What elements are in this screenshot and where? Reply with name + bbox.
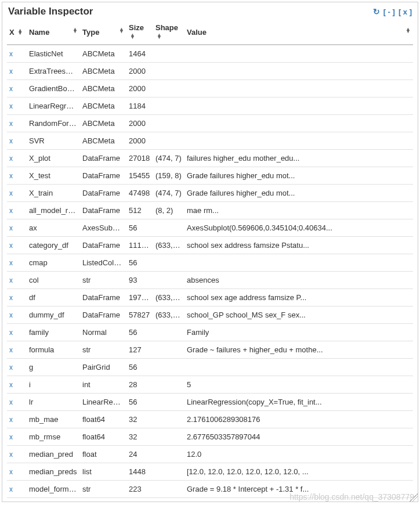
table-row: xfamilyNormal56Family	[7, 324, 413, 341]
delete-variable-button[interactable]: x	[7, 80, 27, 98]
delete-variable-button[interactable]: x	[7, 132, 27, 150]
variable-size: 24	[126, 446, 153, 463]
delete-variable-button[interactable]: x	[7, 202, 27, 219]
table-row: xformulastr127Grade ~ failures + higher_…	[7, 341, 413, 359]
delete-variable-button[interactable]: x	[7, 394, 27, 411]
delete-variable-button[interactable]: x	[7, 498, 27, 502]
delete-variable-button[interactable]: x	[7, 237, 27, 254]
column-header-shape[interactable]: Shape	[153, 20, 184, 45]
table-row: xX_plotDataFrame27018(474, 7)failures hi…	[7, 150, 413, 167]
table-row: xmb_rmsefloat64322.6776503357897044	[7, 428, 413, 446]
variable-name: X_plot	[27, 150, 80, 167]
variable-shape	[153, 341, 184, 359]
close-button[interactable]: [ x ]	[399, 8, 412, 16]
variable-size: 197720	[126, 289, 153, 306]
table-row: xnormal_modelModel56	[7, 498, 413, 502]
table-scroll-area[interactable]: X Name Type Size Shape Value xElasticNet…	[2, 20, 418, 502]
delete-variable-button[interactable]: x	[7, 306, 27, 324]
variable-type: str	[80, 272, 126, 289]
variable-type: str	[80, 341, 126, 359]
variable-name: ExtraTreesReg...	[27, 63, 80, 80]
variable-shape	[153, 132, 184, 150]
delete-variable-button[interactable]: x	[7, 45, 27, 63]
variable-type: ABCMeta	[80, 132, 126, 150]
variable-type: ABCMeta	[80, 98, 126, 115]
variable-size: 223	[126, 481, 153, 498]
delete-variable-button[interactable]: x	[7, 359, 27, 376]
variable-value: school sex age address famsize P...	[184, 289, 413, 306]
delete-variable-button[interactable]: x	[7, 289, 27, 306]
table-row: xcategory_dfDataFrame111632(633, 17)scho…	[7, 237, 413, 254]
variable-name: LinearRegress...	[27, 98, 80, 115]
table-row: xcolstr93absences	[7, 272, 413, 289]
table-row: xaxAxesSubplot56AxesSubplot(0.569606,0.3…	[7, 219, 413, 237]
sort-icon	[17, 29, 23, 34]
delete-variable-button[interactable]: x	[7, 428, 27, 446]
delete-variable-button[interactable]: x	[7, 63, 27, 80]
sort-icon	[130, 34, 135, 39]
table-row: xX_testDataFrame15455(159, 8)Grade failu…	[7, 167, 413, 185]
delete-variable-button[interactable]: x	[7, 185, 27, 202]
variable-type: ListedColormap	[80, 254, 126, 272]
variable-name: ElasticNet	[27, 45, 80, 63]
variable-value	[184, 498, 413, 502]
delete-variable-button[interactable]: x	[7, 219, 27, 237]
column-header-size[interactable]: Size	[126, 20, 153, 45]
column-header-type[interactable]: Type	[80, 20, 126, 45]
table-row: xmb_maefloat64322.1761006289308176	[7, 411, 413, 428]
variable-value: Grade failures higher_edu mot...	[184, 185, 413, 202]
delete-variable-button[interactable]: x	[7, 115, 27, 132]
variable-inspector-panel: Variable Inspector ↻ [ - ] [ x ] X Name …	[2, 2, 418, 502]
delete-variable-button[interactable]: x	[7, 446, 27, 463]
variable-value: Grade ~ failures + higher_edu + mothe...	[184, 341, 413, 359]
variable-size: 56	[126, 324, 153, 341]
variable-type: float64	[80, 411, 126, 428]
resize-handle[interactable]	[410, 493, 418, 502]
variable-type: AxesSubplot	[80, 219, 126, 237]
variable-value: Family	[184, 324, 413, 341]
delete-variable-button[interactable]: x	[7, 150, 27, 167]
variable-type: DataFrame	[80, 306, 126, 324]
variable-size: 2000	[126, 80, 153, 98]
table-row: xElasticNetABCMeta1464	[7, 45, 413, 63]
variable-value: 2.6776503357897044	[184, 428, 413, 446]
column-header-name[interactable]: Name	[27, 20, 80, 45]
delete-variable-button[interactable]: x	[7, 463, 27, 481]
refresh-icon[interactable]: ↻	[373, 7, 380, 16]
variable-type: str	[80, 481, 126, 498]
delete-variable-button[interactable]: x	[7, 167, 27, 185]
column-header-x[interactable]: X	[7, 20, 27, 45]
variable-type: DataFrame	[80, 289, 126, 306]
table-header-row: X Name Type Size Shape Value	[7, 20, 413, 45]
variable-size: 56	[126, 219, 153, 237]
delete-variable-button[interactable]: x	[7, 376, 27, 394]
table-row: xlrLinearRegress...56LinearRegression(co…	[7, 394, 413, 411]
table-row: xcmapListedColormap56	[7, 254, 413, 272]
variable-name: SVR	[27, 132, 80, 150]
header-actions: ↻ [ - ] [ x ]	[373, 7, 412, 16]
delete-variable-button[interactable]: x	[7, 272, 27, 289]
variable-name: category_df	[27, 237, 80, 254]
variable-value: 2.1761006289308176	[184, 411, 413, 428]
delete-variable-button[interactable]: x	[7, 341, 27, 359]
variable-shape	[153, 446, 184, 463]
variable-name: g	[27, 359, 80, 376]
delete-variable-button[interactable]: x	[7, 481, 27, 498]
variable-size: 56	[126, 254, 153, 272]
table-row: xSVRABCMeta2000	[7, 132, 413, 150]
delete-variable-button[interactable]: x	[7, 411, 27, 428]
delete-variable-button[interactable]: x	[7, 324, 27, 341]
delete-variable-button[interactable]: x	[7, 254, 27, 272]
panel-title: Variable Inspector	[8, 6, 93, 17]
variable-type: int	[80, 376, 126, 394]
variable-value: AxesSubplot(0.569606,0.345104;0.40634...	[184, 219, 413, 237]
variable-value	[184, 98, 413, 115]
variable-shape: (633, 34)	[153, 289, 184, 306]
variable-value	[184, 254, 413, 272]
column-header-value[interactable]: Value	[184, 20, 413, 45]
variable-shape	[153, 98, 184, 115]
variable-size: 1464	[126, 45, 153, 63]
delete-variable-button[interactable]: x	[7, 98, 27, 115]
collapse-button[interactable]: [ - ]	[383, 8, 395, 16]
variable-name: X_train	[27, 185, 80, 202]
